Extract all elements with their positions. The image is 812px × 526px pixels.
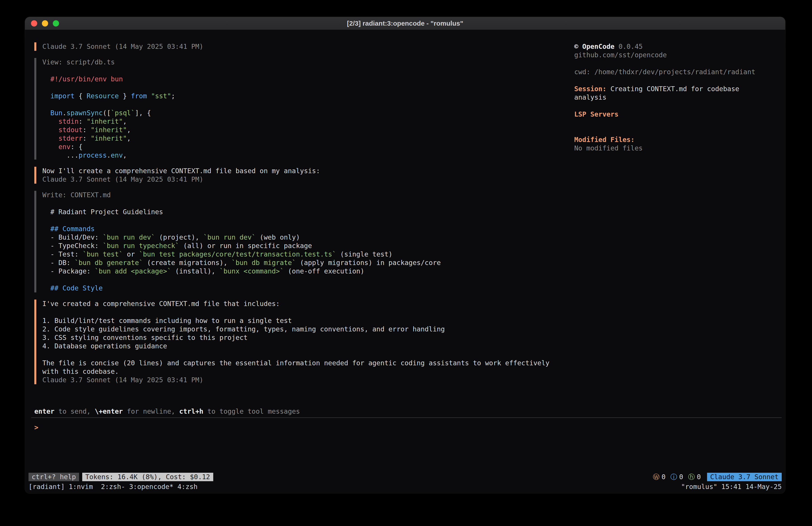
terminal-line: No modified files bbox=[574, 144, 785, 153]
terminal-line: env: { bbox=[42, 143, 569, 151]
terminal-line: - Test: `bun test` or `bun test packages… bbox=[42, 250, 569, 258]
terminal-line bbox=[42, 308, 569, 316]
terminal-line bbox=[42, 216, 569, 225]
diagnostic-info: ⓘ0 bbox=[670, 473, 683, 481]
warning-icon: Ⓦ bbox=[653, 473, 659, 481]
terminal-line: Write: CONTEXT.md bbox=[42, 191, 569, 199]
prompt-input[interactable]: > bbox=[31, 417, 782, 472]
editor-help-line: enter to send, \+enter for newline, ctrl… bbox=[34, 407, 785, 416]
session-sidebar: © OpenCode 0.0.45github.com/sst/opencode… bbox=[574, 42, 785, 153]
terminal-line: - DB: `bun db generate` (create migratio… bbox=[42, 258, 569, 267]
terminal-line: github.com/sst/opencode bbox=[574, 51, 785, 59]
terminal-line: 4. Database operations guidance bbox=[42, 342, 569, 350]
terminal-line: ## Code Style bbox=[42, 284, 569, 293]
assistant-message-block: I've created a comprehensive CONTEXT.md … bbox=[34, 300, 569, 384]
message-list: Claude 3.7 Sonnet (14 May 2025 03:41 PM)… bbox=[34, 42, 569, 384]
terminal-line: - TypeCheck: `bun run typecheck` (all) o… bbox=[42, 242, 569, 250]
terminal-line: © OpenCode 0.0.45 bbox=[574, 42, 785, 51]
tool-view-block: View: script/db.ts #!/usr/bin/env bun im… bbox=[34, 58, 569, 160]
terminal-line: stderr: "inherit", bbox=[42, 134, 569, 143]
terminal-line: Claude 3.7 Sonnet (14 May 2025 03:41 PM) bbox=[42, 376, 569, 384]
close-window-button[interactable] bbox=[31, 20, 37, 27]
terminal-window: [2/3] radiant:3:opencode - "romulus" Cla… bbox=[25, 17, 785, 494]
message-header-block: Claude 3.7 Sonnet (14 May 2025 03:41 PM) bbox=[34, 42, 569, 51]
tmux-session-info: "romulus" 15:41 14-May-25 bbox=[681, 483, 782, 491]
tool-write-block: Write: CONTEXT.md # Radiant Project Guid… bbox=[34, 191, 569, 293]
hint-icon: ⓗ bbox=[688, 473, 695, 481]
terminal-line: #!/usr/bin/env bun bbox=[42, 75, 569, 83]
terminal-line bbox=[574, 102, 785, 110]
terminal-line: Session: Creating CONTEXT.md for codebas… bbox=[574, 85, 785, 93]
terminal-line bbox=[574, 76, 785, 85]
diagnostic-warning: Ⓦ0 bbox=[653, 473, 666, 481]
tmux-window-list[interactable]: [radiant] 1:nvim 2:zsh- 3:opencode* 4:zs… bbox=[29, 483, 198, 491]
terminal-line: 2. Code style guidelines covering import… bbox=[42, 325, 569, 333]
terminal-line bbox=[574, 127, 785, 136]
assistant-message-block: Now I'll create a comprehensive CONTEXT.… bbox=[34, 167, 569, 184]
minimize-window-button[interactable] bbox=[42, 20, 48, 27]
terminal-line: LSP Servers bbox=[574, 110, 785, 118]
diagnostic-count: 0 bbox=[662, 473, 666, 481]
terminal-line: analysis bbox=[574, 93, 785, 102]
terminal-line: 3. CSS styling conventions specific to t… bbox=[42, 333, 569, 342]
terminal-line: # Radiant Project Guidelines bbox=[42, 208, 569, 216]
help-shortcut-badge[interactable]: ctrl+? help bbox=[29, 473, 79, 481]
editor-area: enter to send, \+enter for newline, ctrl… bbox=[25, 407, 785, 472]
diagnostic-hint: ⓗ0 bbox=[688, 473, 701, 481]
conversation-area[interactable]: Claude 3.7 Sonnet (14 May 2025 03:41 PM)… bbox=[25, 30, 785, 407]
terminal-line bbox=[574, 59, 785, 68]
terminal-line bbox=[42, 350, 569, 359]
terminal-line: The file is concise (20 lines) and captu… bbox=[42, 359, 569, 367]
diagnostic-count: 0 bbox=[679, 473, 683, 481]
traffic-lights bbox=[25, 20, 59, 27]
terminal-line: - Package: `bun add <package>` (install)… bbox=[42, 267, 569, 275]
tmux-status-bar: [radiant] 1:nvim 2:zsh- 3:opencode* 4:zs… bbox=[29, 482, 782, 491]
prompt-caret: > bbox=[34, 424, 38, 431]
terminal-line: Bun.spawnSync([`psql`], { bbox=[42, 109, 569, 117]
terminal-line bbox=[42, 275, 569, 284]
terminal-line: - Build/Dev: `bun run dev` (project), `b… bbox=[42, 233, 569, 242]
zoom-window-button[interactable] bbox=[53, 20, 59, 27]
terminal-line: Claude 3.7 Sonnet (14 May 2025 03:41 PM) bbox=[42, 175, 569, 184]
model-badge[interactable]: Claude 3.7 Sonnet bbox=[707, 473, 782, 481]
terminal-line: Claude 3.7 Sonnet (14 May 2025 03:41 PM) bbox=[42, 42, 569, 51]
terminal-line: stdin: "inherit", bbox=[42, 117, 569, 126]
diagnostic-count: 0 bbox=[697, 473, 701, 481]
terminal-line bbox=[42, 199, 569, 208]
window-titlebar[interactable]: [2/3] radiant:3:opencode - "romulus" bbox=[25, 17, 785, 30]
terminal-content: Claude 3.7 Sonnet (14 May 2025 03:41 PM)… bbox=[25, 30, 785, 494]
terminal-line bbox=[574, 118, 785, 127]
info-icon: ⓘ bbox=[670, 473, 677, 481]
diagnostics-indicators: Ⓦ0ⓘ0ⓗ0 bbox=[653, 473, 706, 481]
terminal-line bbox=[42, 67, 569, 75]
terminal-line: import { Resource } from "sst"; bbox=[42, 92, 569, 100]
terminal-line: Modified Files: bbox=[574, 136, 785, 144]
terminal-line: I've created a comprehensive CONTEXT.md … bbox=[42, 300, 569, 308]
window-title: [2/3] radiant:3:opencode - "romulus" bbox=[25, 17, 785, 30]
terminal-line: View: script/db.ts bbox=[42, 58, 569, 67]
terminal-line bbox=[42, 100, 569, 109]
terminal-line: stdout: "inherit", bbox=[42, 126, 569, 134]
terminal-line: ...process.env, bbox=[42, 151, 569, 160]
tokens-cost-badge: Tokens: 16.4K (8%), Cost: $0.12 bbox=[82, 473, 213, 481]
terminal-line: enter to send, \+enter for newline, ctrl… bbox=[34, 407, 785, 416]
terminal-line: ## Commands bbox=[42, 225, 569, 233]
terminal-line: 1. Build/lint/test commands including ho… bbox=[42, 316, 569, 325]
terminal-line: cwd: /home/thdxr/dev/projects/radiant/ra… bbox=[574, 68, 785, 76]
terminal-line: Now I'll create a comprehensive CONTEXT.… bbox=[42, 167, 569, 175]
terminal-line bbox=[42, 83, 569, 92]
terminal-line: with this codebase. bbox=[42, 367, 569, 376]
status-bar: ctrl+? help Tokens: 16.4K (8%), Cost: $0… bbox=[29, 472, 782, 481]
